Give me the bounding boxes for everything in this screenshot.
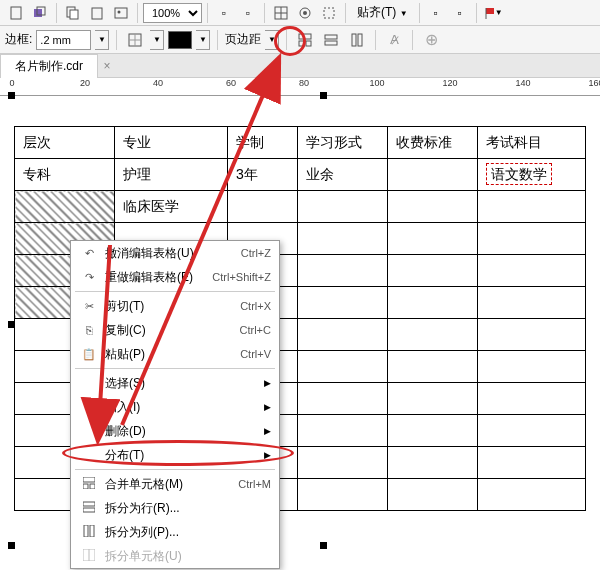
color-dropdown[interactable]: ▼ <box>196 30 210 50</box>
cell[interactable] <box>388 191 478 223</box>
tool-btn-4[interactable] <box>86 2 108 24</box>
cell[interactable] <box>298 383 388 415</box>
tool-btn-13[interactable]: ▼ <box>482 2 504 24</box>
cell[interactable] <box>388 351 478 383</box>
cell[interactable] <box>478 287 586 319</box>
tool-btn-8[interactable] <box>270 2 292 24</box>
sel-handle-tm[interactable] <box>320 92 327 99</box>
frame-width-dropdown[interactable]: ▼ <box>95 30 109 50</box>
cell[interactable]: 临床医学 <box>115 191 228 223</box>
cell[interactable]: 护理 <box>115 159 228 191</box>
sel-handle-bm[interactable] <box>320 542 327 549</box>
cell-exam[interactable]: 语文数学 <box>478 159 586 191</box>
cell[interactable] <box>388 415 478 447</box>
th-level[interactable]: 层次 <box>15 127 115 159</box>
th-major[interactable]: 专业 <box>115 127 228 159</box>
menu-cut[interactable]: ✂ 剪切(T) Ctrl+X <box>71 294 279 318</box>
tool-btn-11[interactable]: ▫ <box>425 2 447 24</box>
cell[interactable] <box>298 319 388 351</box>
file-tab[interactable]: 名片制作.cdr <box>0 54 98 78</box>
menu-split-row[interactable]: 拆分为行(R)... <box>71 496 279 520</box>
menu-split-col[interactable]: 拆分为列(P)... <box>71 520 279 544</box>
tool-btn-9[interactable] <box>294 2 316 24</box>
tab-close-btn[interactable]: × <box>98 59 116 73</box>
svg-rect-28 <box>90 484 95 489</box>
menu-select[interactable]: 选择(S) ▶ <box>71 371 279 395</box>
split-col-btn[interactable] <box>346 29 368 51</box>
cell[interactable] <box>388 223 478 255</box>
border-dropdown[interactable]: ▼ <box>150 30 164 50</box>
cell[interactable] <box>388 447 478 479</box>
cell[interactable]: 3年 <box>228 159 298 191</box>
menu-undo[interactable]: ↶ 撤消编辑表格(U) Ctrl+Z <box>71 241 279 265</box>
cell[interactable] <box>478 223 586 255</box>
menu-distribute[interactable]: 分布(T) ▶ <box>71 443 279 467</box>
table-header-row: 层次 专业 学制 学习形式 收费标准 考试科目 <box>15 127 586 159</box>
cell[interactable] <box>478 319 586 351</box>
table-row: 临床医学 <box>15 191 586 223</box>
tool-btn-1[interactable] <box>5 2 27 24</box>
cell[interactable] <box>228 191 298 223</box>
menu-shortcut: Ctrl+Shift+Z <box>212 271 271 283</box>
menu-insert[interactable]: 插入(I) ▶ <box>71 395 279 419</box>
cell[interactable] <box>388 479 478 511</box>
th-system[interactable]: 学制 <box>228 127 298 159</box>
main-toolbar: 100% ▫ ▫ 贴齐(T) ▼ ▫ ▫ ▼ <box>0 0 600 26</box>
cell[interactable] <box>298 415 388 447</box>
cell[interactable] <box>388 159 478 191</box>
tool-btn-12[interactable]: ▫ <box>449 2 471 24</box>
cell[interactable] <box>388 287 478 319</box>
tool-btn-10[interactable] <box>318 2 340 24</box>
merge-cells-toolbar-btn[interactable] <box>294 29 316 51</box>
menu-separator <box>75 469 275 470</box>
cell[interactable] <box>478 191 586 223</box>
cell[interactable] <box>478 447 586 479</box>
th-exam[interactable]: 考试科目 <box>478 127 586 159</box>
tool-btn-2[interactable] <box>29 2 51 24</box>
add-btn[interactable]: ⊕ <box>420 29 442 51</box>
cell[interactable] <box>298 447 388 479</box>
cell[interactable]: 专科 <box>15 159 115 191</box>
zoom-select[interactable]: 100% <box>143 3 202 23</box>
margin-dropdown[interactable]: ▼ <box>265 30 279 50</box>
svg-rect-21 <box>306 41 311 46</box>
cell[interactable] <box>298 223 388 255</box>
cell[interactable] <box>388 255 478 287</box>
paste-icon <box>90 6 104 20</box>
menu-merge-cells[interactable]: 合并单元格(M) Ctrl+M <box>71 472 279 496</box>
menu-paste[interactable]: 📋 粘贴(P) Ctrl+V <box>71 342 279 366</box>
sel-handle-ml[interactable] <box>8 321 15 328</box>
cell[interactable] <box>478 351 586 383</box>
cell[interactable] <box>298 255 388 287</box>
cell[interactable] <box>478 383 586 415</box>
cell-hatched[interactable] <box>15 191 115 223</box>
cell[interactable] <box>478 415 586 447</box>
sel-handle-tl[interactable] <box>8 92 15 99</box>
split-row-btn[interactable] <box>320 29 342 51</box>
tool-btn-7[interactable]: ▫ <box>237 2 259 24</box>
cell[interactable] <box>298 351 388 383</box>
tool-btn-3[interactable] <box>62 2 84 24</box>
menu-redo[interactable]: ↷ 重做编辑表格(E) Ctrl+Shift+Z <box>71 265 279 289</box>
cell[interactable] <box>388 383 478 415</box>
svg-rect-32 <box>90 525 94 537</box>
cell[interactable] <box>388 319 478 351</box>
cell[interactable] <box>478 479 586 511</box>
text-btn[interactable]: A̷ <box>383 29 405 51</box>
tool-btn-6[interactable]: ▫ <box>213 2 235 24</box>
cell[interactable] <box>298 191 388 223</box>
paste-menu[interactable]: 贴齐(T) ▼ <box>351 4 414 21</box>
menu-delete[interactable]: 删除(D) ▶ <box>71 419 279 443</box>
cell[interactable] <box>298 287 388 319</box>
sel-handle-bl[interactable] <box>8 542 15 549</box>
th-fee[interactable]: 收费标准 <box>388 127 478 159</box>
frame-width-input[interactable] <box>36 30 91 50</box>
color-swatch[interactable] <box>168 31 192 49</box>
tool-btn-5[interactable] <box>110 2 132 24</box>
th-form[interactable]: 学习形式 <box>298 127 388 159</box>
cell[interactable] <box>478 255 586 287</box>
cell[interactable]: 业余 <box>298 159 388 191</box>
cell[interactable] <box>298 479 388 511</box>
menu-copy[interactable]: ⎘ 复制(C) Ctrl+C <box>71 318 279 342</box>
border-btn[interactable] <box>124 29 146 51</box>
